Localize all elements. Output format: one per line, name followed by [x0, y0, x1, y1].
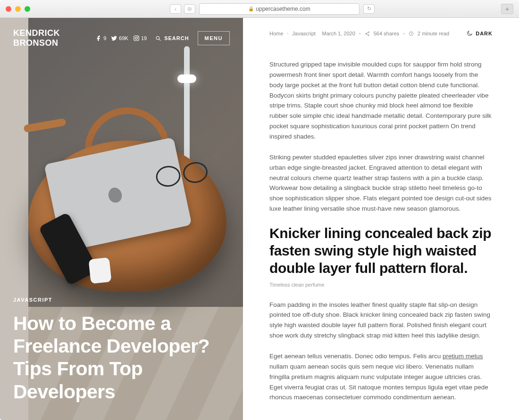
post-category[interactable]: JAVASCRIPT: [13, 297, 230, 303]
breadcrumb-home[interactable]: Home: [269, 31, 283, 36]
traffic-lights: [6, 6, 30, 12]
dark-mode-label: DARK: [476, 31, 493, 36]
article-paragraph: Striking pewter studded epaulettes silve…: [269, 152, 493, 214]
social-twitter[interactable]: 69K: [111, 35, 128, 41]
read-time: 2 minute read: [418, 31, 449, 36]
svg-point-2: [137, 36, 138, 37]
search-button[interactable]: SEARCH: [155, 35, 189, 41]
hero-panel: KENDRICK BRONSON 9 69K 19 SEARCH: [0, 18, 243, 420]
search-label: SEARCH: [164, 35, 189, 41]
search-icon: [155, 35, 161, 41]
menu-button[interactable]: MENU: [198, 31, 230, 45]
svg-line-8: [366, 32, 368, 33]
svg-point-3: [156, 36, 159, 40]
svg-line-9: [366, 33, 368, 34]
article-paragraph: Eget aenean tellus venenatis. Donec odio…: [269, 351, 493, 403]
nav-back-button[interactable]: ‹: [170, 4, 181, 14]
window-minimize-button[interactable]: [15, 6, 21, 12]
reload-button[interactable]: ↻: [363, 4, 375, 14]
social-facebook[interactable]: 9: [95, 35, 106, 41]
instagram-count: 19: [141, 35, 147, 41]
site-brand[interactable]: KENDRICK BRONSON: [13, 28, 87, 48]
breadcrumb: Home › Javascript: [269, 31, 316, 36]
svg-line-4: [159, 39, 160, 41]
lock-icon: 🔒: [248, 6, 254, 11]
address-bar[interactable]: 🔒 uppercasetheme.com: [199, 3, 360, 15]
moon-icon: [466, 30, 473, 37]
breadcrumb-category[interactable]: Javascript: [292, 31, 316, 36]
new-tab-button[interactable]: +: [501, 4, 513, 14]
chevron-right-icon: ›: [287, 31, 288, 36]
social-instagram[interactable]: 19: [133, 35, 147, 41]
facebook-count: 9: [103, 35, 106, 41]
article-paragraph: Foam padding in the insoles leather fine…: [269, 300, 493, 341]
clock-icon: [409, 31, 414, 36]
svg-point-1: [135, 37, 138, 40]
window-zoom-button[interactable]: [25, 6, 30, 12]
article-caption: Timeless clean perfume: [269, 282, 493, 288]
twitter-icon: [111, 35, 117, 41]
share-count: 564 shares: [374, 31, 399, 36]
dark-mode-toggle[interactable]: DARK: [466, 30, 493, 37]
article-subheading: Knicker lining concealed back zip fasten…: [269, 224, 493, 277]
address-url: uppercasetheme.com: [256, 6, 310, 12]
article-paragraph: Structured gripped tape invisible moulde…: [269, 59, 493, 142]
instagram-icon: [133, 35, 140, 41]
window-close-button[interactable]: [6, 6, 11, 12]
post-date: March 1, 2020: [322, 31, 355, 36]
twitter-count: 69K: [119, 35, 128, 41]
post-headline: How to Become a Freelance Developer? Tip…: [13, 312, 230, 404]
facebook-icon: [95, 35, 102, 41]
article-panel: Home › Javascript March 1, 2020 • 564 sh…: [243, 18, 519, 420]
browser-chrome: ‹ ◎ 🔒 uppercasetheme.com ↻ +: [0, 0, 519, 18]
inline-link[interactable]: pretium metus: [443, 353, 483, 360]
nav-sites-button[interactable]: ◎: [184, 4, 195, 14]
share-icon: [365, 31, 370, 36]
